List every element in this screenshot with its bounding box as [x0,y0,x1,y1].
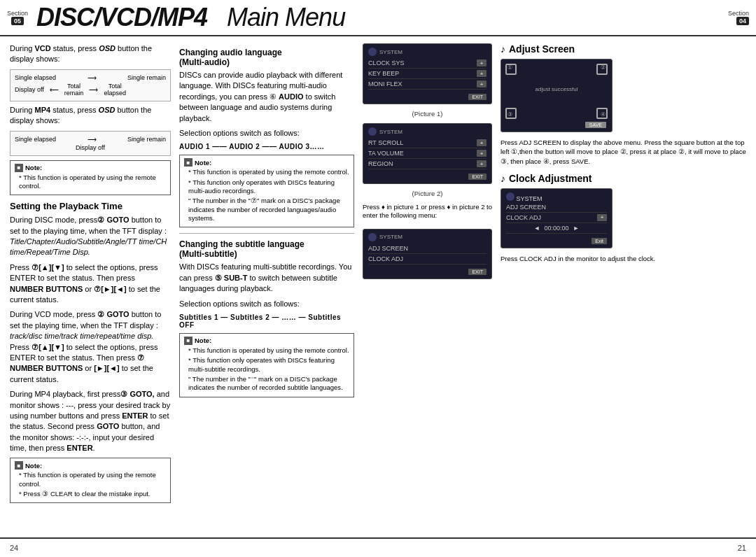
note-box-audio: ■ Note: This function is operated by usi… [179,155,354,227]
subtitle-p2: Selection options switch as follows: [179,299,354,309]
col-right: ♪ Adjust Screen ① ② ③ ④ adjust successfu… [500,43,746,530]
screen-row: RT SCROLL+ [368,138,486,148]
note-box-playback: ■ Note: This function is operated by usi… [10,458,171,503]
header: Section 05 DISC/VCD/MP4 Main Menu Sectio… [0,0,756,36]
section-num-left: 05 [11,17,24,26]
footer: 24 21 [0,537,756,557]
screen-row: TA VOLUME+ [368,148,486,159]
note-playback-1: This function is operated by using the r… [19,471,166,488]
disc-title: DISC/VCD/MP4 [36,3,207,32]
audio-note-1: This function is operated by using the r… [188,168,349,176]
playback-heading: Setting the Playback Time [10,201,171,211]
osd-diagram-2: Single elapsed ⟶ Single remain Display o… [10,131,171,156]
playback-p1: During DISC mode, press② GOTO button to … [10,215,171,258]
subtitle-note-1: This function is operated by using the r… [188,346,349,355]
adjust-save-btn: SAVE [585,122,606,128]
note-box-subtitle: ■ Note: This function is operated by usi… [179,333,354,397]
clock-heading: ♪ Clock Adjustment [500,173,746,184]
col-mid: Changing audio language(Multi-audio) DIS… [179,43,354,530]
audio-p2: Selection options switch as follows: [179,128,354,139]
adjust-heading: ♪ Adjust Screen [500,43,746,55]
exit-btn-3: EXIT [468,269,486,275]
audio-format: AUDIO 1 —— AUDIO 2 —— AUDIO 3…… [179,143,354,150]
screen-row: KEY BEEP+ [368,69,486,79]
playback-p4: During MP4 playback, first press③ GOTO, … [10,389,171,453]
clock-exit-btn: Exit [592,238,607,244]
clock-adj-screen-row: ADJ SCREEN [506,202,607,213]
exit-btn-1: EXIT [468,94,486,100]
screen-caption-1: (Picture 1) [363,110,492,118]
note-box-vcd: ■ Note: This function is operated by usi… [10,160,171,196]
sys-label-3: SYSTEM [368,233,486,241]
corner-label-4: ④ [601,111,606,118]
header-left: Section 05 DISC/VCD/MP4 Main Menu [7,3,345,32]
section-label-right: Section [728,10,749,17]
audio-note-2: This function only operates with DISCs f… [188,178,349,196]
clock-p1: Press CLOCK ADJ in the monitor to adjust… [500,254,746,263]
corner-label-3: ③ [507,111,512,118]
page-num-right: 21 [738,544,746,552]
section-num-right: 04 [736,17,749,26]
clock-time-row: ◄ 00:00:00 ► [506,223,607,234]
subtitle-format: Subtitles 1 — Subtitles 2 — …… — Subtitl… [179,313,354,329]
subtitle-p1: With DISCs featuring multi-subtitle reco… [179,262,354,294]
audio-heading: Changing audio language(Multi-audio) [179,48,354,67]
sys-label-1: SYSTEM [368,48,486,56]
clock-sys-label: SYSTEM [506,192,607,202]
playback-p2: Press ⑦[▲][▼] to select the options, pre… [10,262,171,306]
header-right: Section 04 [728,10,749,26]
corner-label-1: ① [507,64,512,71]
screen-row: REGION+ [368,159,486,169]
subtitle-note-2: This function only operates with DISCs f… [188,356,349,374]
note-playback-2: Press ③ CLEAR to clear the mistake input… [19,490,166,498]
clock-adj-row: CLOCK ADJ+ [506,213,607,223]
screen-mock-3: SYSTEM ADJ SCREEN CLOCK ADJ EXIT [363,229,492,279]
screen-row: CLOCK ADJ [368,254,486,265]
corner-label-2: ② [601,64,606,71]
clock-screen-mock: SYSTEM ADJ SCREEN CLOCK ADJ+ ◄ 00:00:00 … [500,188,612,248]
osd-diagram-1: Single elapsed ⟶ Single remain Display o… [10,69,171,101]
subtitle-note-3: The number in the "⁻" mark on a DISC's p… [188,375,349,393]
audio-p1: DISCs can provide audio playback with di… [179,70,354,124]
subtitle-heading: Changing the subtitle language(Multi-sub… [179,239,354,259]
exit-btn-2: EXIT [468,174,486,180]
press-text: Press ♦ in picture 1 or press ♦ in pictu… [363,203,492,220]
screen-row: MONI FLEX+ [368,79,486,90]
audio-note-3: The number in the "⑦" mark on a DISC's p… [188,197,349,223]
sys-label-2: SYSTEM [368,127,486,136]
adjust-screen-mock: ① ② ③ ④ adjust successful SAVE [500,59,612,132]
screen-caption-2: (Picture 2) [363,190,492,197]
page-num-left: 24 [10,544,18,552]
section-label-left: Section [7,10,28,17]
col-screens: SYSTEM CLOCK SYS+ KEY BEEP+ MONI FLEX+ E… [363,43,492,530]
playback-p3: During VCD mode, press ② GOTO button to … [10,309,171,385]
screen-row: CLOCK SYS+ [368,58,486,69]
main-menu-title: Main Menu [227,3,345,32]
screen-row: ADJ SCREEN [368,244,486,254]
adj-success-text: adjust successful [536,86,578,92]
vcd-intro: During VCD status, press OSD button the … [10,43,171,65]
screen-mock-2: SYSTEM RT SCROLL+ TA VOLUME+ REGION+ EXI… [363,123,492,184]
screen-mock-1: SYSTEM CLOCK SYS+ KEY BEEP+ MONI FLEX+ E… [363,43,492,104]
col-left: During VCD status, press OSD button the … [10,43,171,530]
note-item: This function is operated by using the r… [19,174,166,191]
adjust-p1: Press ADJ SCREEN to display the above me… [500,138,746,166]
main-content: During VCD status, press OSD button the … [0,36,756,537]
mp4-intro: During MP4 status, press OSD button the … [10,105,171,127]
